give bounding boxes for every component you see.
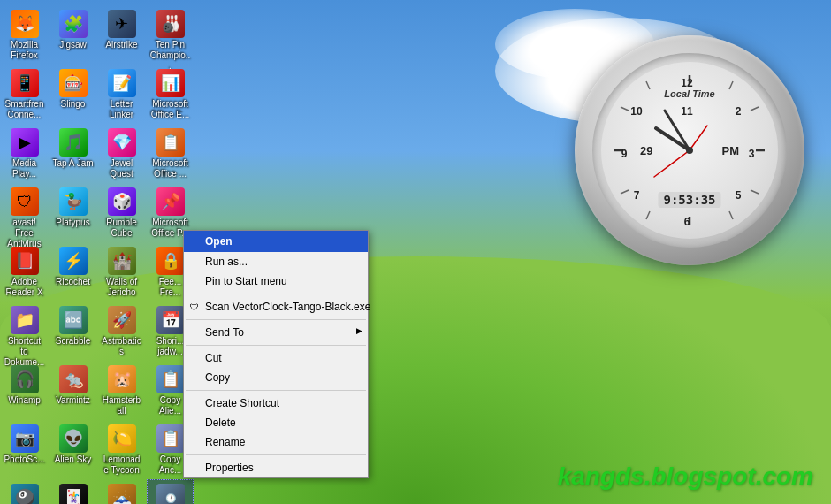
icon-label-jigsaw: Jigsaw bbox=[59, 40, 87, 50]
svg-line-7 bbox=[729, 211, 733, 219]
icon-img-short-jadw: 📅 bbox=[156, 306, 185, 334]
icon-img-pool: 🎱 bbox=[11, 484, 39, 504]
icon-img-copy-anc: 📋 bbox=[156, 424, 185, 453]
icon-img-astrobatics: 🚀 bbox=[108, 306, 136, 334]
icon-img-airstrike: ✈ bbox=[108, 10, 136, 38]
icon-tap-a-jam[interactable]: 🎵Tap A Jam bbox=[50, 124, 96, 181]
icon-photoscape[interactable]: 📷PhotoSc... bbox=[1, 420, 48, 477]
icon-jewel-quest[interactable]: 💎Jewel Quest bbox=[98, 124, 145, 181]
ctx-separator-separator4 bbox=[186, 390, 366, 391]
icon-img-media-play: ▶ bbox=[11, 128, 39, 157]
icon-slingo[interactable]: 🎰Slingo bbox=[50, 65, 96, 122]
icon-label-ricochet: Ricochet bbox=[56, 277, 90, 287]
ctx-label-scan: Scan VectorClock-Tango-Black.exe bbox=[205, 301, 370, 313]
ctx-item-cut[interactable]: Cut bbox=[184, 348, 368, 368]
icon-row-5: 📁Shortcut to Dokume...🔤Scrabble🚀Astrobat… bbox=[0, 301, 194, 360]
icon-ms-office-e[interactable]: 📊Microsoft Office E... bbox=[147, 65, 194, 122]
icon-letter-linker[interactable]: 📝Letter Linker bbox=[98, 65, 145, 122]
ctx-label-cut: Cut bbox=[205, 352, 222, 364]
icon-jigsaw[interactable]: 🧩Jigsaw bbox=[50, 5, 96, 63]
icon-smartfren[interactable]: 📱Smartfren Conne... bbox=[1, 65, 48, 122]
ctx-item-run-as[interactable]: Run as... bbox=[184, 252, 368, 271]
ctx-item-scan[interactable]: 🛡Scan VectorClock-Tango-Black.exe bbox=[184, 297, 368, 317]
icon-label-varmintz: Varmintz bbox=[56, 395, 90, 406]
icon-airstrike[interactable]: ✈Airstrike bbox=[98, 5, 145, 63]
icon-label-smartfren: Smartfren Conne... bbox=[4, 99, 45, 120]
icon-platypus[interactable]: 🦆Platypus bbox=[50, 183, 96, 241]
icon-img-scrabble: 🔤 bbox=[59, 306, 88, 334]
icon-row-0: 🦊Mozilla Firefox🧩Jigsaw✈Airstrike🎳Ten Pi… bbox=[0, 4, 194, 64]
icon-ancient-tripeaks[interactable]: 🗻Ancient Tripeaks bbox=[98, 479, 145, 504]
svg-line-24 bbox=[690, 126, 707, 150]
icon-img-ricochet: ⚡ bbox=[59, 247, 88, 275]
icon-winamp[interactable]: 🎧Winamp bbox=[1, 361, 48, 418]
icon-mozilla-firefox[interactable]: 🦊Mozilla Firefox bbox=[1, 5, 48, 63]
ctx-label-copy: Copy bbox=[205, 371, 230, 384]
svg-line-11 bbox=[646, 81, 650, 89]
icon-img-avast-free: 🛡 bbox=[11, 187, 39, 216]
icon-lemonade-tycoon[interactable]: 🍋Lemonade Tycoon bbox=[98, 420, 145, 477]
icon-label-ms-office-e: Microsoft Office E... bbox=[149, 99, 191, 120]
icon-shortcut-dok[interactable]: 📁Shortcut to Dokume... bbox=[1, 302, 48, 359]
icon-ricochet[interactable]: ⚡Ricochet bbox=[50, 242, 96, 300]
icon-scrabble[interactable]: 🔤Scrabble bbox=[50, 302, 96, 359]
icon-media-play[interactable]: ▶Media Play... bbox=[1, 124, 48, 181]
ctx-item-create-shortcut[interactable]: Create Shortcut bbox=[184, 393, 368, 413]
ctx-item-delete[interactable]: Delete bbox=[184, 413, 368, 432]
svg-text:2: 2 bbox=[736, 105, 742, 118]
icon-hamsterball[interactable]: 🐹Hamsterball bbox=[98, 361, 145, 418]
icon-label-lemonade-tycoon: Lemonade Tycoon bbox=[101, 454, 142, 476]
svg-line-23 bbox=[654, 150, 690, 177]
ctx-label-create-shortcut: Create Shortcut bbox=[205, 397, 279, 409]
icon-shortcut-vectorclock[interactable]: 🕐Shortcut to VectorClock -Tango-Bla... c… bbox=[147, 479, 194, 504]
icon-label-mozilla-firefox: Mozilla Firefox bbox=[4, 40, 45, 61]
icon-row-8: 🎱Pool🃏Blackjack🗻Ancient Tripeaks🕐Shortcu… bbox=[0, 478, 194, 504]
icon-row-3: 🛡avast! Free Antivirus🦆Platypus🎲Rumble C… bbox=[0, 182, 194, 241]
ctx-label-send-to: Send To bbox=[205, 326, 244, 339]
svg-line-21 bbox=[656, 128, 690, 150]
desktop: 🦊Mozilla Firefox🧩Jigsaw✈Airstrike🎳Ten Pi… bbox=[0, 0, 831, 504]
icon-label-photoscape: PhotoSc... bbox=[4, 454, 44, 465]
icon-img-platypus: 🦆 bbox=[59, 187, 88, 216]
icon-img-ms-office-e: 📊 bbox=[156, 69, 185, 97]
icon-label-media-play: Media Play... bbox=[4, 158, 45, 179]
ctx-item-copy[interactable]: Copy bbox=[184, 368, 368, 387]
icon-alien-sky[interactable]: 👽Alien Sky bbox=[50, 420, 96, 477]
icon-label-alien-sky: Alien Sky bbox=[55, 454, 92, 465]
icon-img-blackjack: 🃏 bbox=[59, 484, 88, 504]
icon-img-adobe-reader: 📕 bbox=[11, 247, 39, 275]
icon-img-tap-a-jam: 🎵 bbox=[59, 128, 88, 157]
icons-area: 🦊Mozilla Firefox🧩Jigsaw✈Airstrike🎳Ten Pi… bbox=[0, 4, 194, 500]
icon-img-alien-sky: 👽 bbox=[59, 424, 88, 453]
icon-img-jigsaw: 🧩 bbox=[59, 10, 88, 38]
icon-label-letter-linker: Letter Linker bbox=[101, 99, 142, 120]
ctx-item-rename[interactable]: Rename bbox=[184, 432, 368, 452]
context-menu: OpenRun as...Pin to Start menu🛡Scan Vect… bbox=[183, 230, 369, 478]
ctx-item-pin-start[interactable]: Pin to Start menu bbox=[184, 271, 368, 291]
icon-varmintz[interactable]: 🐀Varmintz bbox=[50, 361, 96, 418]
ctx-item-open[interactable]: Open bbox=[184, 231, 368, 252]
icon-ms-office-2[interactable]: 📋Microsoft Office ... bbox=[147, 124, 194, 181]
icon-ten-pin[interactable]: 🎳Ten Pin Champio... bbox=[147, 5, 194, 63]
svg-text:7: 7 bbox=[634, 189, 640, 202]
avast-shield-icon: 🛡 bbox=[187, 300, 202, 314]
icon-img-varmintz: 🐀 bbox=[59, 365, 88, 393]
svg-line-10 bbox=[621, 107, 629, 111]
icon-label-adobe-reader: Adobe Reader X bbox=[4, 277, 45, 298]
ctx-separator-separator2 bbox=[186, 319, 366, 320]
icon-img-walls-jericho: 🏰 bbox=[108, 247, 136, 275]
icon-label-walls-jericho: Walls of Jericho bbox=[101, 277, 142, 298]
icon-astrobatics[interactable]: 🚀Astrobatics bbox=[98, 302, 145, 359]
ctx-item-send-to[interactable]: Send To bbox=[184, 323, 368, 342]
ctx-label-run-as: Run as... bbox=[205, 256, 248, 268]
icon-pool[interactable]: 🎱Pool bbox=[1, 479, 48, 504]
icon-walls-jericho[interactable]: 🏰Walls of Jericho bbox=[98, 242, 145, 300]
icon-img-ms-office-p: 📌 bbox=[156, 187, 185, 216]
icon-avast-free[interactable]: 🛡avast! Free Antivirus bbox=[1, 183, 48, 241]
ctx-item-properties[interactable]: Properties bbox=[184, 458, 368, 477]
icon-adobe-reader[interactable]: 📕Adobe Reader X bbox=[1, 242, 48, 300]
icon-label-slingo: Slingo bbox=[61, 99, 86, 110]
icon-blackjack[interactable]: 🃏Blackjack bbox=[50, 479, 96, 504]
icon-rumble-cube[interactable]: 🎲Rumble Cube bbox=[98, 183, 145, 241]
icon-img-mozilla-firefox: 🦊 bbox=[11, 10, 39, 38]
